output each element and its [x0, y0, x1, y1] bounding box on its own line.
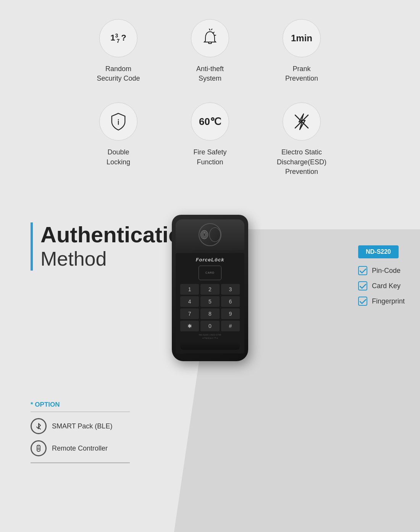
- esd-prevention-icon: [283, 102, 321, 141]
- bluetooth-icon: [31, 418, 47, 434]
- device-body: ForceLöck CARD 1 2 3 4 5 6 7 8 9: [176, 253, 244, 354]
- option-remote-controller-label: Remote Controller: [52, 444, 108, 453]
- option-smart-pack-label: SMART Pack (BLE): [52, 422, 112, 430]
- svg-line-3: [213, 32, 214, 33]
- option-remote-controller: Remote Controller: [31, 440, 130, 456]
- feature-esd-prevention: Electro Static Discharge(ESD) Prevention: [260, 102, 344, 177]
- spec-fingerprint-label: Fingerprint: [372, 297, 405, 305]
- double-locking-icon: [99, 102, 137, 141]
- key-5: 5: [200, 296, 219, 307]
- fingerprint-scanner: [199, 223, 221, 246]
- spec-badge: ND-S220: [358, 245, 399, 258]
- card-slot: CARD: [199, 266, 221, 280]
- card-label: CARD: [205, 271, 215, 274]
- svg-line-4: [214, 35, 216, 36]
- key-9: 9: [221, 308, 240, 319]
- key-2: 2: [200, 284, 219, 295]
- device-bottom: [180, 342, 240, 350]
- key-7: 7: [180, 308, 199, 319]
- options-section: * OPTION SMART Pack (BLE): [31, 401, 130, 463]
- auth-section: Authentication Method: [0, 200, 420, 475]
- svg-point-5: [118, 119, 119, 120]
- spec-pin-code: Pin-Code: [358, 266, 405, 276]
- feature-fire-safety: 60℃ Fire Safety Function: [168, 102, 252, 177]
- key-hash: #: [221, 321, 240, 331]
- prank-prevention-icon: 1min: [283, 19, 321, 57]
- bell-svg: [200, 29, 220, 48]
- check-icon-cardkey: [358, 281, 368, 291]
- check-icon-pincode: [358, 266, 368, 276]
- feature-label-anti-theft: Anti-theft System: [196, 64, 224, 83]
- spec-card-key: Card Key: [358, 281, 405, 291]
- spec-fingerprint: Fingerprint: [358, 297, 405, 307]
- key-1: 1: [180, 284, 199, 295]
- key-3: 3: [221, 284, 240, 295]
- feature-label-esd-prevention: Electro Static Discharge(ESD) Prevention: [277, 148, 326, 177]
- svg-line-1: [212, 29, 212, 30]
- spec-list: Pin-Code Card Key Fingerprint: [358, 266, 405, 307]
- key-0: 0: [200, 321, 219, 331]
- key-8: 8: [200, 308, 219, 319]
- fire-safety-icon: 60℃: [191, 102, 229, 141]
- feature-anti-theft: Anti-theft System: [168, 19, 252, 83]
- svg-line-0: [209, 29, 210, 30]
- svg-point-11: [203, 233, 205, 236]
- feature-label-double-locking: Double Locking: [107, 148, 130, 167]
- spec-area: ND-S220 Pin-Code Card Key: [358, 245, 405, 312]
- lock-device: ForceLöck CARD 1 2 3 4 5 6 7 8 9: [172, 215, 248, 361]
- feature-prank-prevention: 1min Prank Prevention: [260, 19, 344, 83]
- random-security-code-icon: 137?: [99, 19, 137, 57]
- prank-prevention-text: 1min: [291, 33, 312, 44]
- feature-label-fire-safety: Fire Safety Function: [193, 148, 226, 167]
- options-bottom-border: [31, 462, 130, 463]
- fire-safety-text: 60℃: [199, 116, 221, 128]
- feature-random-security-code: 137? Random Security Code: [76, 19, 160, 83]
- remote-icon: [31, 440, 47, 456]
- keypad: 1 2 3 4 5 6 7 8 9 ✱ 0 #: [180, 284, 240, 331]
- check-icon-fingerprint: [358, 297, 368, 307]
- key-star: ✱: [180, 321, 199, 331]
- shield-svg: [109, 112, 128, 131]
- feature-label-random-security-code: Random Security Code: [97, 64, 140, 83]
- anti-theft-icon: [191, 19, 229, 57]
- svg-rect-2: [208, 42, 212, 44]
- device-model-info: ND-S220 | 1522-1790 ● 제일잠금쇠 주 ●: [180, 334, 240, 339]
- device-top: [176, 219, 244, 250]
- feature-double-locking: Double Locking: [76, 102, 160, 177]
- esd-svg: [292, 112, 311, 131]
- option-smart-pack: SMART Pack (BLE): [31, 418, 130, 434]
- options-title: * OPTION: [31, 401, 130, 412]
- key-6: 6: [221, 296, 240, 307]
- device-brand: ForceLöck: [180, 257, 240, 263]
- auth-title: Authentication Method: [31, 222, 195, 271]
- spec-pin-code-label: Pin-Code: [372, 267, 401, 275]
- spec-card-key-label: Card Key: [372, 282, 401, 290]
- feature-label-prank-prevention: Prank Prevention: [285, 64, 318, 83]
- features-section: 137? Random Security Code: [0, 0, 420, 200]
- key-4: 4: [180, 296, 199, 307]
- features-grid: 137? Random Security Code: [76, 19, 344, 177]
